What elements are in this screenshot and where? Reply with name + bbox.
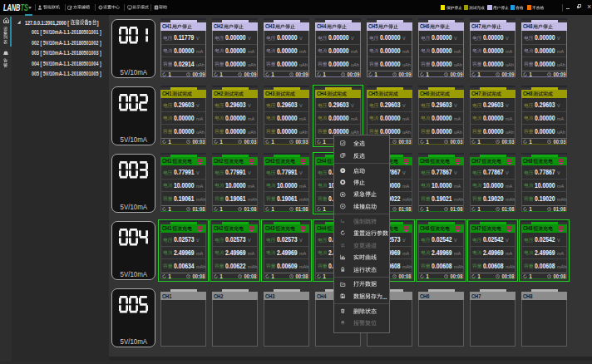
- svg-text:?: ?: [155, 6, 157, 10]
